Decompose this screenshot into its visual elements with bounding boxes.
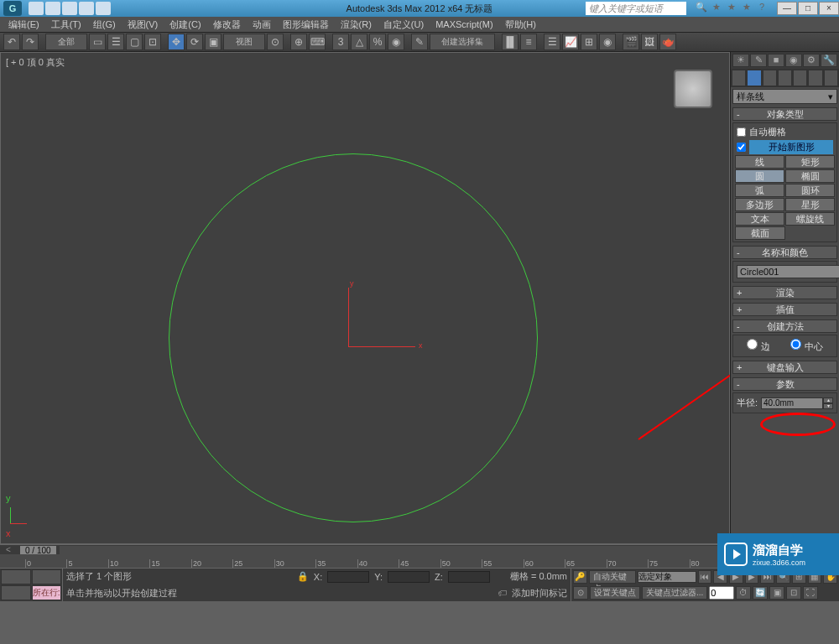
search-icon[interactable]: 🔍	[695, 2, 708, 15]
autogrid-checkbox[interactable]	[737, 127, 746, 137]
keymode-icon[interactable]: ⌨	[309, 34, 326, 50]
tab-helpers[interactable]	[793, 70, 807, 86]
rollout-name-color[interactable]: 名称和颜色	[732, 246, 837, 259]
nav-maximize-icon[interactable]: ⛶	[803, 586, 818, 600]
startnew-label[interactable]: 开始新图形	[749, 140, 833, 154]
timeline-left-icon[interactable]: <	[0, 545, 17, 554]
tag-icon[interactable]: 🏷	[498, 588, 507, 598]
z-input[interactable]	[448, 571, 490, 583]
spin-down-icon[interactable]: ▾	[823, 403, 833, 409]
tab-systems[interactable]	[824, 70, 838, 86]
qa-icon[interactable]	[29, 2, 44, 15]
material-icon[interactable]: ◉	[599, 34, 616, 50]
rollout-interp[interactable]: 插值	[732, 303, 837, 316]
listener-icon[interactable]	[32, 569, 62, 584]
tool-icon[interactable]: ☀	[732, 54, 749, 67]
spinner-snap-icon[interactable]: ◉	[388, 34, 404, 50]
radio-center[interactable]: 中心	[790, 339, 822, 353]
undo-icon[interactable]: ↶	[3, 34, 20, 50]
goto-start-icon[interactable]: ⏮	[698, 570, 712, 584]
type-ellipse[interactable]: 椭圆	[785, 169, 835, 183]
time-ruler[interactable]: 0 5 10 15 20 25 30 35 40 45 50 55 60 65 …	[0, 554, 839, 568]
startnew-checkbox[interactable]	[737, 143, 746, 152]
time-config-icon[interactable]: ⏱	[736, 586, 751, 600]
menu-rendering[interactable]: 渲染(R)	[336, 18, 377, 31]
named-selection-dropdown[interactable]: 创建选择集	[430, 34, 495, 50]
schematic-icon[interactable]: ⊞	[581, 34, 597, 50]
viewcube[interactable]	[674, 70, 712, 108]
menu-views[interactable]: 视图(V)	[122, 18, 164, 31]
curve-editor-icon[interactable]: 📈	[562, 34, 579, 50]
help-search-input[interactable]: 键入关键字或短语	[586, 2, 686, 15]
menu-customize[interactable]: 自定义(U)	[378, 18, 429, 31]
type-donut[interactable]: 圆环	[785, 184, 835, 197]
render-icon[interactable]: 🫖	[659, 34, 676, 50]
type-text[interactable]: 文本	[735, 212, 784, 226]
qa-icon[interactable]	[96, 2, 111, 15]
spin-up-icon[interactable]: ▴	[823, 397, 833, 403]
help-icon[interactable]: ?	[755, 2, 769, 15]
nav-orbit-icon[interactable]: 🔄	[753, 586, 768, 600]
rollout-object-type[interactable]: 对象类型	[732, 107, 837, 121]
tool-icon[interactable]: ◉	[785, 54, 802, 67]
radius-input[interactable]	[761, 397, 823, 409]
lock-icon[interactable]: 🔒	[297, 571, 309, 582]
align-icon[interactable]: ≡	[520, 34, 537, 50]
tool-icon[interactable]: ■	[768, 54, 784, 67]
type-section[interactable]: 截面	[735, 226, 785, 240]
qa-icon[interactable]	[79, 2, 94, 15]
y-input[interactable]	[388, 571, 430, 583]
object-name-input[interactable]	[737, 265, 839, 278]
edit-selection-icon[interactable]: ✎	[411, 34, 428, 50]
scale-icon[interactable]: ▣	[205, 34, 221, 50]
menu-tools[interactable]: 工具(T)	[46, 18, 86, 31]
x-input[interactable]	[327, 571, 369, 583]
rollout-render[interactable]: 渲染	[732, 286, 837, 299]
select-region-icon[interactable]: ▢	[126, 34, 143, 50]
maximize-button[interactable]: □	[798, 2, 818, 15]
viewport[interactable]: [ + 0 顶 0 真实 y x y x	[0, 52, 730, 544]
nav-zoom-ext-icon[interactable]: ▣	[769, 586, 784, 600]
menu-help[interactable]: 帮助(H)	[500, 18, 541, 31]
menu-modifiers[interactable]: 修改器	[208, 18, 246, 31]
prompt-icon[interactable]	[1, 585, 31, 600]
menu-group[interactable]: 组(G)	[88, 18, 121, 31]
key-target-input[interactable]	[638, 571, 696, 583]
key-icon[interactable]: 🔑	[573, 570, 587, 584]
add-time-tag[interactable]: 添加时间标记	[512, 587, 567, 600]
rollout-params[interactable]: 参数	[732, 377, 837, 391]
type-line[interactable]: 线	[735, 155, 784, 169]
spline-circle-object[interactable]	[169, 153, 538, 522]
select-name-icon[interactable]: ☰	[107, 34, 124, 50]
menu-grapheditors[interactable]: 图形编辑器	[278, 18, 334, 31]
snap-3-icon[interactable]: 3	[332, 34, 349, 50]
rollout-keyboard[interactable]: 键盘输入	[732, 361, 837, 374]
type-helix[interactable]: 螺旋线	[785, 212, 835, 226]
maxscript-icon[interactable]	[1, 569, 31, 584]
time-slider[interactable]: 0 / 100	[20, 546, 56, 554]
close-button[interactable]: ×	[819, 2, 839, 15]
menu-maxscript[interactable]: MAXScript(M)	[430, 19, 498, 29]
render-setup-icon[interactable]: 🎬	[623, 34, 639, 50]
set-key-button[interactable]: 设置关键点	[590, 586, 640, 600]
viewport-label[interactable]: [ + 0 顶 0 真实	[6, 56, 65, 69]
star-icon[interactable]: ★	[710, 2, 723, 15]
tab-spacewarps[interactable]	[808, 70, 822, 86]
type-star[interactable]: 星形	[785, 198, 835, 211]
auto-key-button[interactable]: 自动关键点	[589, 570, 636, 584]
tab-shapes[interactable]	[747, 70, 761, 86]
select-icon[interactable]: ▭	[89, 34, 106, 50]
key-mode-icon[interactable]: ⊙	[573, 586, 588, 600]
radio-edge[interactable]: 边	[747, 339, 769, 353]
subcategory-dropdown[interactable]: 样条线▾	[732, 89, 837, 104]
tool-icon[interactable]: ✎	[750, 54, 767, 67]
tool-icon[interactable]: 🔧	[821, 54, 837, 67]
manip-icon[interactable]: ⊕	[290, 34, 307, 50]
percent-snap-icon[interactable]: %	[369, 34, 386, 50]
tab-lights[interactable]	[763, 70, 777, 86]
macro-recorder[interactable]: 所在行:	[32, 585, 62, 600]
qa-icon[interactable]	[45, 2, 60, 15]
type-ngon[interactable]: 多边形	[735, 198, 784, 211]
move-icon[interactable]: ✥	[168, 34, 185, 50]
menu-edit[interactable]: 编辑(E)	[3, 18, 44, 31]
